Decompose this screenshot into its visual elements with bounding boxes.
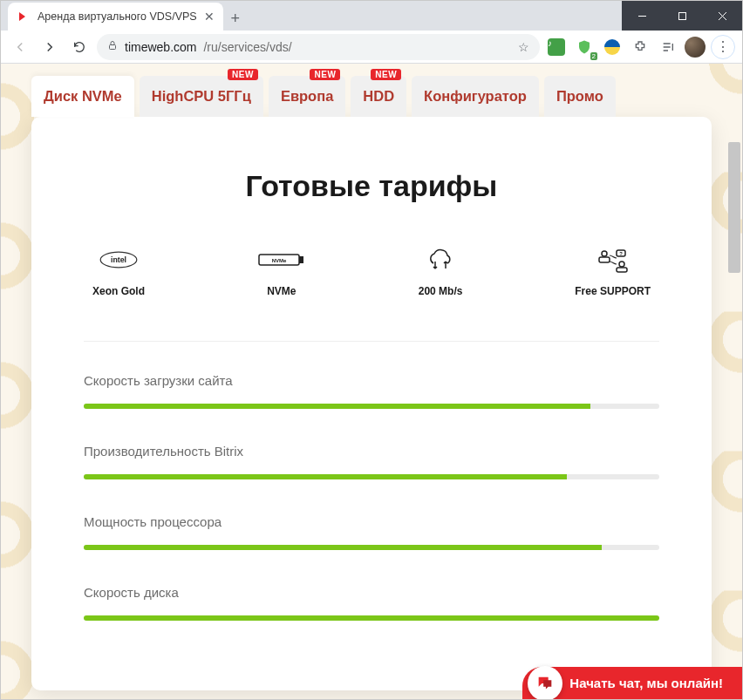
shield-badge-count: 2 [590, 52, 597, 60]
feature-label: NVMe [267, 285, 296, 297]
feature-label: Free SUPPORT [575, 285, 651, 297]
metric-label: Мощность процессора [84, 514, 659, 529]
close-window-button[interactable] [702, 1, 742, 31]
svg-text:intel: intel [111, 255, 126, 264]
profile-avatar[interactable] [685, 37, 706, 58]
plan-tab-label: HDD [363, 88, 394, 104]
browser-toolbar: timeweb.com/ru/services/vds/ ☆ ♪ 2 ⋮ [1, 31, 742, 64]
metric-bar-track [84, 545, 659, 550]
nvme-icon: NVMe [257, 247, 306, 273]
url-path: /ru/services/vds/ [203, 40, 291, 54]
svg-rect-13 [617, 268, 627, 272]
divider [84, 341, 659, 342]
tab-close-icon[interactable]: ✕ [204, 10, 215, 24]
metric-bar-track [84, 404, 659, 409]
maximize-button[interactable] [662, 1, 702, 31]
support-icon: ? [594, 247, 632, 273]
features-row: intelXeon GoldNVMeNVMe200 Mb/s?Free SUPP… [92, 247, 651, 297]
extension-shield-icon[interactable]: 2 [573, 36, 596, 58]
svg-rect-11 [599, 257, 610, 262]
plan-tab-label: Европа [281, 88, 333, 104]
metric-bar-track [84, 615, 659, 621]
metric-label: Производительность Bitrix [84, 444, 659, 459]
page-title: Готовые тарифы [84, 169, 659, 203]
metric-bar-fill [84, 615, 659, 621]
vertical-scrollbar[interactable] [728, 142, 740, 273]
page-viewport: Диск NVMeHighCPU 5ГГцNEWЕвропаNEWHDDNEWК… [1, 64, 742, 699]
lock-icon [107, 40, 118, 53]
browser-menu-button[interactable]: ⋮ [711, 35, 735, 59]
main-card: Готовые тарифы intelXeon GoldNVMeNVMe200… [31, 117, 712, 690]
plan-tab-0[interactable]: Диск NVMe [31, 76, 134, 117]
forward-button[interactable] [37, 35, 62, 59]
plan-tab-label: Диск NVMe [44, 88, 122, 104]
plan-tab-label: HighCPU 5ГГц [152, 88, 251, 104]
new-badge: NEW [371, 69, 401, 80]
tab-title: Аренда виртуального VDS/VPS [37, 10, 197, 23]
metric-bar-fill [84, 474, 567, 479]
chat-bubble-icon [528, 666, 562, 700]
svg-point-12 [619, 262, 624, 267]
plan-tab-2[interactable]: ЕвропаNEW [269, 76, 345, 117]
extension-flag-icon[interactable] [601, 36, 624, 58]
minimize-button[interactable] [622, 1, 662, 31]
bookmark-star-icon[interactable]: ☆ [518, 40, 529, 54]
feature-intel: intelXeon Gold [92, 247, 145, 297]
metric-label: Скорость загрузки сайта [84, 373, 659, 388]
back-button[interactable] [8, 35, 32, 59]
reload-button[interactable] [67, 35, 92, 59]
browser-tab[interactable]: Аренда виртуального VDS/VPS ✕ [8, 3, 223, 31]
plan-tab-label: Конфигуратор [424, 88, 527, 104]
metric-bar-track [84, 474, 659, 479]
chat-label: Начать чат, мы онлайн! [569, 676, 723, 690]
plan-tab-label: Промо [556, 88, 603, 104]
metric-row: Скорость загрузки сайта [84, 373, 659, 409]
plan-tab-1[interactable]: HighCPU 5ГГцNEW [140, 76, 263, 117]
extensions-menu-icon[interactable] [629, 36, 651, 58]
extension-music-icon[interactable]: ♪ [545, 36, 568, 58]
metric-row: Производительность Bitrix [84, 444, 659, 479]
metric-row: Скорость диска [84, 585, 659, 621]
window-controls [622, 1, 742, 31]
plan-tab-3[interactable]: HDDNEW [351, 76, 406, 117]
feature-label: Xeon Gold [92, 285, 145, 297]
new-badge: NEW [310, 69, 340, 80]
feature-support: ?Free SUPPORT [575, 247, 651, 297]
plan-tab-4[interactable]: Конфигуратор [412, 76, 539, 117]
url-domain: timeweb.com [125, 40, 196, 54]
metric-bar-fill [84, 404, 590, 409]
plan-tabs: Диск NVMeHighCPU 5ГГцNEWЕвропаNEWHDDNEWК… [31, 64, 712, 117]
new-badge: NEW [228, 69, 258, 80]
svg-text:?: ? [619, 251, 623, 256]
feature-nvme: NVMeNVMe [257, 247, 306, 297]
metrics-list: Скорость загрузки сайтаПроизводительност… [84, 373, 659, 621]
metric-label: Скорость диска [84, 585, 659, 600]
favicon-icon [17, 10, 31, 24]
svg-rect-1 [678, 12, 685, 19]
feature-label: 200 Mb/s [419, 285, 463, 297]
svg-rect-8 [299, 256, 303, 263]
svg-text:NVMe: NVMe [272, 258, 287, 263]
svg-rect-4 [110, 45, 116, 50]
browser-titlebar: Аренда виртуального VDS/VPS ✕ + [1, 1, 742, 31]
svg-point-10 [602, 251, 607, 256]
metric-bar-fill [84, 545, 602, 550]
plan-tab-5[interactable]: Промо [544, 76, 616, 117]
cloud-icon [423, 247, 458, 273]
address-bar[interactable]: timeweb.com/ru/services/vds/ ☆ [97, 34, 540, 60]
intel-icon: intel [98, 247, 140, 273]
reading-list-icon[interactable] [657, 36, 679, 58]
chat-widget[interactable]: Начать чат, мы онлайн! [522, 667, 742, 699]
new-tab-button[interactable]: + [223, 6, 248, 31]
feature-cloud: 200 Mb/s [419, 247, 463, 297]
metric-row: Мощность процессора [84, 514, 659, 550]
